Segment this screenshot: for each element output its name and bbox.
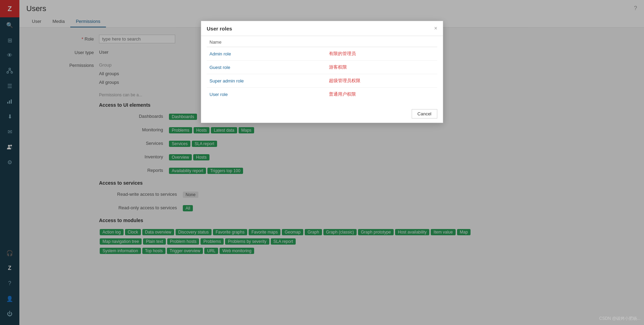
role-row-admin: Admin role 有限的管理员 (207, 47, 437, 61)
role-row-guest: Guest role 游客权限 (207, 61, 437, 74)
watermark: CSDN @碳烤小肥杨... (599, 316, 641, 322)
modal-overlay: User roles × Name Admin role 有限的管理员 (0, 0, 644, 325)
role-desc-user: 普通用户权限 (326, 88, 437, 101)
role-desc-guest: 游客权限 (326, 61, 437, 74)
modal-body: Name Admin role 有限的管理员 Guest role 游客权限 S… (201, 36, 443, 106)
col-desc (326, 36, 437, 47)
roles-table: Name Admin role 有限的管理员 Guest role 游客权限 S… (207, 36, 437, 101)
user-roles-modal: User roles × Name Admin role 有限的管理员 (201, 21, 443, 123)
role-desc-admin: 有限的管理员 (326, 47, 437, 61)
modal-title: User roles (207, 26, 232, 32)
role-link-superadmin[interactable]: Super admin role (207, 74, 326, 88)
role-link-user[interactable]: User role (207, 88, 326, 101)
role-row-user: User role 普通用户权限 (207, 88, 437, 101)
role-desc-superadmin: 超级管理员权限 (326, 74, 437, 88)
modal-close-button[interactable]: × (434, 25, 437, 32)
role-row-superadmin: Super admin role 超级管理员权限 (207, 74, 437, 88)
modal-header: User roles × (201, 21, 443, 36)
modal-footer: Cancel (201, 106, 443, 123)
role-link-admin[interactable]: Admin role (207, 47, 326, 61)
cancel-button[interactable]: Cancel (412, 109, 437, 118)
col-name: Name (207, 36, 326, 47)
role-link-guest[interactable]: Guest role (207, 61, 326, 74)
